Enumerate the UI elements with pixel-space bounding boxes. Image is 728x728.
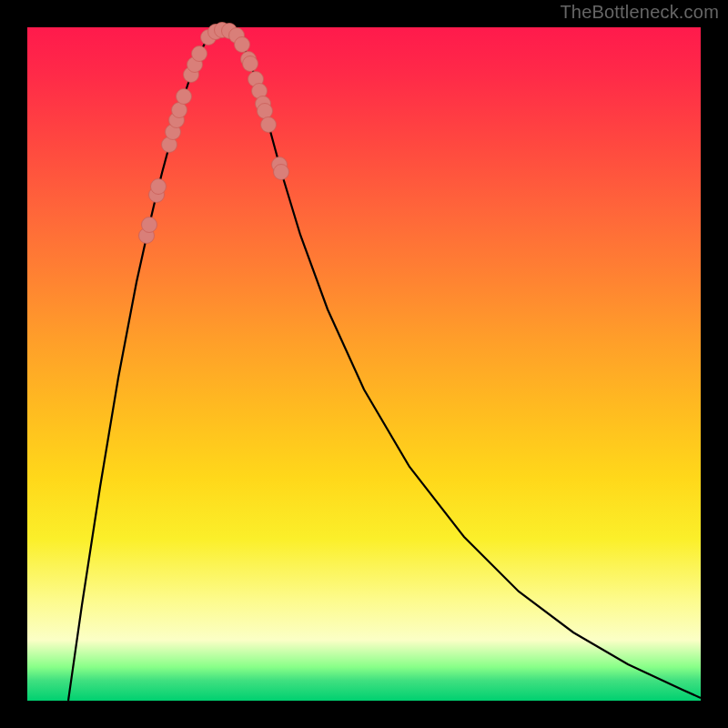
data-dot bbox=[274, 165, 289, 180]
curve-right-branch bbox=[218, 28, 701, 698]
data-dot bbox=[172, 103, 187, 118]
data-dot bbox=[235, 37, 250, 53]
data-dot bbox=[177, 89, 192, 105]
data-dot bbox=[243, 56, 258, 72]
data-dot bbox=[258, 104, 273, 119]
curve-left-branch bbox=[68, 28, 218, 701]
chart-container: TheBottleneck.com bbox=[0, 0, 728, 728]
data-dot bbox=[142, 217, 157, 233]
data-dot bbox=[151, 179, 167, 195]
plot-area bbox=[27, 27, 701, 701]
watermark-text: TheBottleneck.com bbox=[560, 2, 719, 23]
curve-svg bbox=[27, 27, 701, 701]
data-dots bbox=[139, 23, 289, 244]
data-dot bbox=[261, 117, 277, 133]
data-dot bbox=[192, 46, 207, 62]
